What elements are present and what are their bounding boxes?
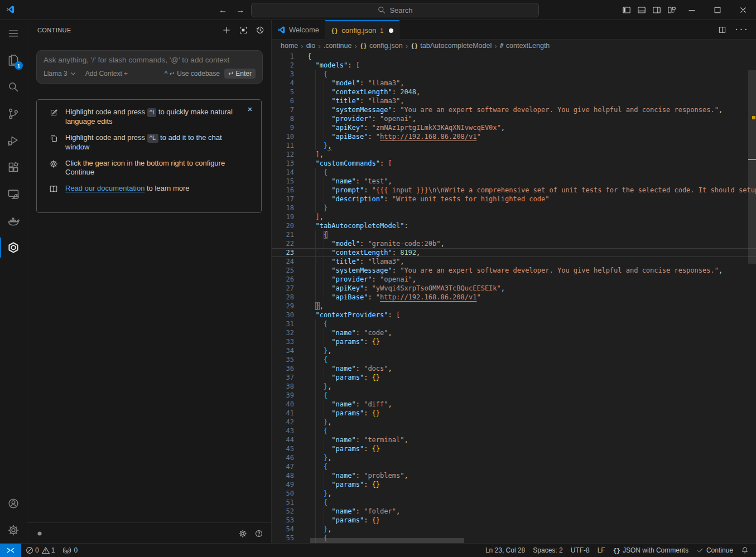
frame-icon[interactable] xyxy=(238,25,249,36)
breadcrumb-.continue[interactable]: .continue xyxy=(324,42,352,50)
more-icon[interactable]: ··· xyxy=(734,25,748,35)
status-indentation[interactable]: Spaces: 2 xyxy=(529,544,566,557)
breadcrumb-home[interactable]: home xyxy=(281,42,298,50)
code-line-3[interactable]: 3{ xyxy=(272,70,756,79)
code-line-9[interactable]: 9"apiKey": "zmNAz1prtgILmkX3KAqXNIvwcqEV… xyxy=(272,123,756,132)
split-editor-icon[interactable] xyxy=(718,26,726,34)
code-line-17[interactable]: 17"description": "Write unit tests for h… xyxy=(272,195,756,204)
code-line-34[interactable]: 34}, xyxy=(272,346,756,355)
remote-indicator[interactable] xyxy=(0,544,21,557)
code-line-18[interactable]: 18} xyxy=(272,204,756,212)
problems-indicator[interactable]: 0 1 xyxy=(21,544,59,557)
code-line-26[interactable]: 26"provider": "openai", xyxy=(272,275,756,284)
code-line-36[interactable]: 36"name": "docs", xyxy=(272,364,756,373)
code-line-23[interactable]: 23"contextLength": 8192, xyxy=(272,248,756,257)
model-selector[interactable]: Llama 3 xyxy=(44,69,78,78)
activity-extensions[interactable] xyxy=(0,154,27,181)
code-line-25[interactable]: 25"systemMessage": "You are an expert so… xyxy=(272,266,756,275)
breadcrumb-dio[interactable]: dio xyxy=(306,42,316,50)
code-line-42[interactable]: 42}, xyxy=(272,418,756,427)
tab-Welcome[interactable]: Welcome xyxy=(272,20,325,40)
code-line-27[interactable]: 27"apiKey": "yWvqi4SxrpTsoOMMA3TcBQucEES… xyxy=(272,284,756,293)
code-line-30[interactable]: 30"contextProviders": [ xyxy=(272,311,756,319)
horizontal-scrollbar[interactable] xyxy=(310,538,464,543)
code-line-14[interactable]: 14{ xyxy=(272,168,756,177)
close-icon[interactable] xyxy=(730,0,756,20)
code-line-2[interactable]: 2"models": [ xyxy=(272,61,756,70)
code-line-12[interactable]: 12], xyxy=(272,150,756,159)
code-line-11[interactable]: 11}, xyxy=(272,141,756,150)
code-line-4[interactable]: 4"model": "llama3", xyxy=(272,79,756,88)
status-language-mode[interactable]: {}JSON with Comments xyxy=(609,544,692,557)
code-line-21[interactable]: 21{ xyxy=(272,230,756,239)
nav-back-button[interactable]: ← xyxy=(219,5,227,14)
modified-dot-icon[interactable] xyxy=(389,28,393,33)
code-line-52[interactable]: 52"name": "folder", xyxy=(272,507,756,516)
code-line-43[interactable]: 43{ xyxy=(272,427,756,435)
code-line-29[interactable]: 29}, xyxy=(272,302,756,311)
status-eol[interactable]: LF xyxy=(594,544,609,557)
code-line-40[interactable]: 40"name": "diff", xyxy=(272,400,756,409)
layout-sidebar-left-icon[interactable] xyxy=(619,0,634,20)
code-line-45[interactable]: 45"params": {} xyxy=(272,444,756,453)
code-line-8[interactable]: 8"provider": "openai", xyxy=(272,114,756,123)
plus-icon[interactable] xyxy=(221,25,232,36)
minimize-icon[interactable] xyxy=(679,0,705,20)
code-line-28[interactable]: 28"apiBase": "http://192.168.86.208/v1" xyxy=(272,293,756,302)
nav-forward-button[interactable]: → xyxy=(236,5,244,14)
ports-indicator[interactable]: 0 xyxy=(59,544,81,557)
code-line-13[interactable]: 13"customCommands": [ xyxy=(272,159,756,168)
code-line-50[interactable]: 50}, xyxy=(272,489,756,498)
add-context-button[interactable]: Add Context + xyxy=(85,70,128,78)
maximize-icon[interactable] xyxy=(705,0,730,20)
code-line-31[interactable]: 31{ xyxy=(272,319,756,328)
activity-gear[interactable] xyxy=(0,517,27,544)
code-line-35[interactable]: 35{ xyxy=(272,355,756,364)
layout-customize-icon[interactable] xyxy=(664,0,679,20)
enter-button[interactable]: ↵ Enter xyxy=(224,69,256,79)
code-line-16[interactable]: 16"prompt": "{{{ input }}}\n\nWrite a co… xyxy=(272,186,756,195)
code-line-1[interactable]: 1{ xyxy=(272,52,756,61)
activity-run-debug[interactable] xyxy=(0,127,27,154)
activity-search[interactable] xyxy=(0,74,27,100)
code-line-37[interactable]: 37"params": {} xyxy=(272,373,756,382)
code-line-46[interactable]: 46}, xyxy=(272,453,756,462)
code-line-15[interactable]: 15"name": "test", xyxy=(272,177,756,186)
code-line-7[interactable]: 7"systemMessage": "You are an expert sof… xyxy=(272,105,756,114)
chat-input-card[interactable]: Ask anything, '/' for slash commands, '@… xyxy=(36,50,263,84)
status-encoding[interactable]: UTF-8 xyxy=(567,544,594,557)
activity-account[interactable] xyxy=(0,490,27,517)
vertical-scrollbar[interactable] xyxy=(748,70,756,264)
gear-icon[interactable] xyxy=(238,529,247,538)
code-line-19[interactable]: 19], xyxy=(272,212,756,221)
tab-config.json[interactable]: {}config.json1 xyxy=(325,20,400,40)
code-line-20[interactable]: 20"tabAutocompleteModel": xyxy=(272,221,756,230)
activity-menu[interactable] xyxy=(0,20,27,47)
activity-source-control[interactable] xyxy=(0,100,27,127)
code-line-6[interactable]: 6"title": "llama3", xyxy=(272,96,756,105)
code-line-5[interactable]: 5"contextLength": 2048, xyxy=(272,88,756,96)
help-icon[interactable] xyxy=(254,529,263,538)
code-line-48[interactable]: 48"name": "problems", xyxy=(272,471,756,480)
code-line-54[interactable]: 54}, xyxy=(272,525,756,534)
code-line-10[interactable]: 10"apiBase": "http://192.168.86.208/v1" xyxy=(272,132,756,141)
chat-input[interactable]: Ask anything, '/' for slash commands, '@… xyxy=(44,56,256,64)
activity-continue[interactable] xyxy=(0,234,27,261)
code-line-24[interactable]: 24"title": "llama3", xyxy=(272,257,756,266)
code-line-53[interactable]: 53"params": {} xyxy=(272,516,756,525)
activity-docker[interactable] xyxy=(0,207,27,234)
code-line-38[interactable]: 38}, xyxy=(272,382,756,391)
history-icon[interactable] xyxy=(254,25,266,36)
status-cursor-position[interactable]: Ln 23, Col 28 xyxy=(481,544,529,557)
breadcrumb-contextLength[interactable]: #contextLength xyxy=(500,42,550,50)
layout-panel-icon[interactable] xyxy=(634,0,649,20)
code-line-49[interactable]: 49"params": {} xyxy=(272,480,756,489)
layout-sidebar-right-icon[interactable] xyxy=(649,0,664,20)
breadcrumb-tabAutocompleteModel[interactable]: {}tabAutocompleteModel xyxy=(411,42,492,50)
code-line-22[interactable]: 22"model": "granite-code:20b", xyxy=(272,239,756,248)
code-editor[interactable]: 1{2"models": [3{4"model": "llama3",5"con… xyxy=(272,52,756,544)
status-continue-status[interactable]: Continue xyxy=(692,544,737,557)
code-line-32[interactable]: 32"name": "code", xyxy=(272,328,756,337)
breadcrumb-config.json[interactable]: {}config.json xyxy=(360,42,403,50)
activity-remote-explorer[interactable] xyxy=(0,181,27,207)
